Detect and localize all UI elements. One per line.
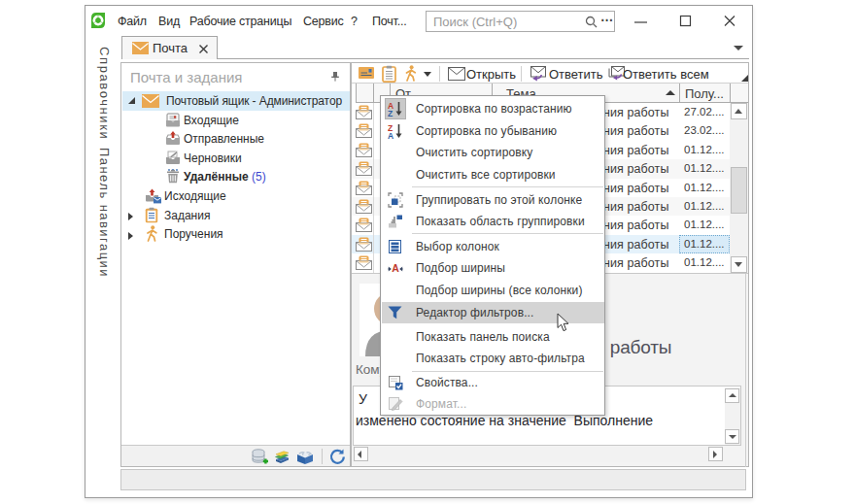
svg-text:Z: Z bbox=[388, 109, 393, 118]
svg-text:A: A bbox=[392, 262, 399, 274]
svg-text:A: A bbox=[388, 131, 393, 140]
